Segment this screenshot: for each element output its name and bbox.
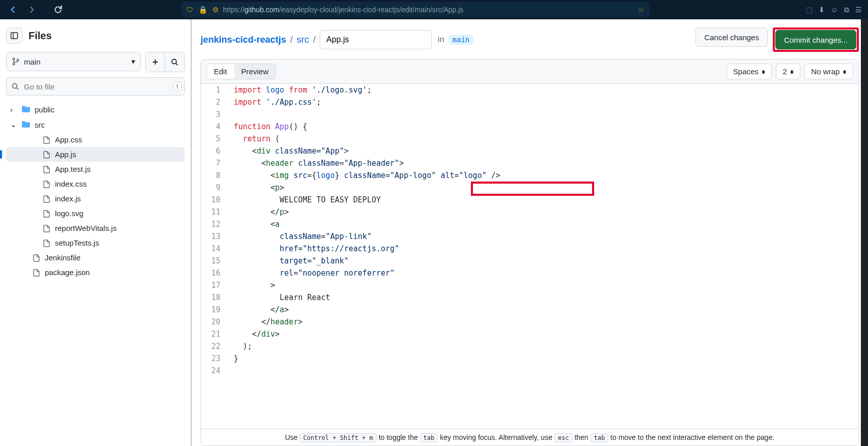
browser-toolbar: 🛡 🔒 ⚙ https://github.com/easydeploy-clou…	[0, 0, 868, 19]
account-icon[interactable]: ☺	[831, 6, 838, 14]
pocket-icon[interactable]: ⬚	[806, 6, 813, 14]
add-file-button[interactable]	[146, 52, 165, 72]
file-icon	[33, 269, 41, 277]
code-line-9[interactable]: 9 <p>	[201, 182, 858, 194]
svg-point-2	[13, 58, 15, 60]
search-button[interactable]	[165, 52, 184, 72]
code-line-1[interactable]: 1import logo from './logo.svg';	[201, 84, 858, 96]
code-editor[interactable]: 1import logo from './logo.svg';2import '…	[201, 84, 858, 429]
code-line-16[interactable]: 16 rel="noopener noreferrer"	[201, 267, 858, 279]
code-line-18[interactable]: 18 Learn React	[201, 291, 858, 304]
tree-file-index-js[interactable]: index.js	[6, 191, 185, 206]
lock-icon: 🔒	[199, 6, 207, 14]
file-icon	[43, 210, 51, 218]
extension-icon[interactable]: ⧉	[844, 6, 849, 14]
branch-selector[interactable]: main ▾	[6, 52, 141, 71]
search-kbd-hint: t	[173, 82, 182, 91]
branch-badge: main	[449, 35, 474, 45]
svg-line-10	[17, 88, 18, 90]
menu-icon[interactable]: ☰	[855, 6, 862, 14]
file-icon	[43, 180, 51, 188]
folder-icon	[21, 120, 31, 129]
code-line-23[interactable]: 23}	[201, 352, 858, 365]
url-text: https://github.com/easydeploy-cloud/jenk…	[223, 6, 463, 14]
tree-file-App-js[interactable]: App.js	[6, 147, 185, 162]
star-icon[interactable]: ☆	[638, 6, 645, 14]
svg-point-3	[13, 63, 15, 65]
code-line-21[interactable]: 21 </div>	[201, 328, 858, 340]
code-line-13[interactable]: 13 className="App-link"	[201, 230, 858, 243]
svg-point-7	[172, 60, 177, 64]
code-line-24[interactable]: 24	[201, 365, 858, 377]
commit-highlight: Commit changes...	[773, 27, 859, 52]
file-icon	[43, 165, 51, 173]
cancel-button[interactable]: Cancel changes	[695, 27, 768, 47]
breadcrumb-repo[interactable]: jenkins-cicd-reactjs	[201, 35, 286, 45]
svg-point-4	[17, 59, 19, 61]
tab-edit[interactable]: Edit	[207, 64, 234, 79]
file-search-input[interactable]	[6, 77, 185, 96]
tree-file-index-css[interactable]: index.css	[6, 176, 185, 191]
tree-folder-src[interactable]: ⌄src	[6, 117, 185, 132]
wrap-select[interactable]: No wrap♦	[804, 64, 853, 79]
code-line-7[interactable]: 7 <header className="App-header">	[201, 157, 858, 169]
file-icon	[43, 151, 51, 159]
commit-button[interactable]: Commit changes...	[775, 30, 856, 49]
sidebar-title: Files	[29, 30, 52, 42]
scrollbar[interactable]	[861, 19, 868, 446]
code-line-8[interactable]: 8 <img src={logo} className="App-logo" a…	[201, 169, 858, 182]
tree-folder-public[interactable]: ›public	[6, 102, 185, 117]
tab-preview[interactable]: Preview	[234, 64, 275, 79]
code-line-19[interactable]: 19 </a>	[201, 304, 858, 316]
breadcrumb-dir[interactable]: src	[297, 35, 309, 45]
tree-file-logo-svg[interactable]: logo.svg	[6, 206, 185, 221]
code-line-17[interactable]: 17 >	[201, 279, 858, 291]
filename-input[interactable]	[320, 30, 432, 49]
tree-file-App-css[interactable]: App.css	[6, 132, 185, 147]
code-line-3[interactable]: 3	[201, 108, 858, 121]
code-line-5[interactable]: 5 return (	[201, 133, 858, 145]
indent-style-select[interactable]: Spaces♦	[726, 64, 772, 79]
code-line-11[interactable]: 11 </p>	[201, 206, 858, 218]
file-icon	[43, 195, 51, 203]
forward-button[interactable]	[24, 3, 39, 17]
url-bar[interactable]: 🛡 🔒 ⚙ https://github.com/easydeploy-clou…	[181, 2, 650, 17]
code-line-20[interactable]: 20 </header>	[201, 316, 858, 328]
svg-rect-0	[11, 33, 18, 39]
code-line-14[interactable]: 14 href="https://reactjs.org"	[201, 243, 858, 255]
chevron-icon: ⌄	[10, 120, 17, 129]
reload-button[interactable]	[51, 3, 65, 17]
tree-file-reportWebVitals-js[interactable]: reportWebVitals.js	[6, 221, 185, 235]
code-line-15[interactable]: 15 target="_blank"	[201, 255, 858, 267]
shield-icon: 🛡	[186, 6, 193, 14]
code-line-22[interactable]: 22 );	[201, 340, 858, 352]
download-icon[interactable]: ⬇	[819, 6, 825, 14]
folder-icon	[21, 105, 31, 114]
tree-file-package-json[interactable]: package.json	[6, 265, 185, 280]
branch-icon	[12, 57, 20, 66]
editor-toolbar: Edit Preview Spaces♦ 2♦ No wrap♦	[201, 60, 858, 84]
main-content: jenkins-cicd-reactjs / src / in main Can…	[191, 19, 868, 446]
chevron-icon: ›	[10, 105, 17, 114]
file-icon	[43, 239, 51, 247]
indent-size-select[interactable]: 2♦	[776, 64, 800, 79]
file-sidebar: Files main ▾ t ›public⌄srcApp.cssApp.jsA…	[0, 19, 191, 446]
footer-hint: Use Control + Shift + m to toggle the ta…	[201, 429, 858, 445]
collapse-panel-button[interactable]	[6, 27, 22, 44]
permissions-icon: ⚙	[212, 6, 219, 14]
file-icon	[33, 254, 41, 262]
tree-file-setupTests-js[interactable]: setupTests.js	[6, 235, 185, 250]
editor-box: Edit Preview Spaces♦ 2♦ No wrap♦ 1import…	[201, 59, 859, 446]
code-line-10[interactable]: 10 WELCOME TO EASY DEPLOY	[201, 194, 858, 206]
tree-file-App-test-js[interactable]: App.test.js	[6, 162, 185, 176]
code-line-6[interactable]: 6 <div className="App">	[201, 145, 858, 157]
code-line-2[interactable]: 2import './App.css';	[201, 96, 858, 108]
svg-line-8	[176, 64, 178, 65]
code-line-4[interactable]: 4function App() {	[201, 121, 858, 133]
tree-file-Jenkinsfile[interactable]: Jenkinsfile	[6, 250, 185, 265]
back-button[interactable]	[6, 3, 20, 17]
caret-down-icon: ▾	[131, 57, 135, 66]
search-icon	[11, 82, 19, 91]
breadcrumb: jenkins-cicd-reactjs / src / in main Can…	[201, 27, 859, 52]
code-line-12[interactable]: 12 <a	[201, 218, 858, 230]
